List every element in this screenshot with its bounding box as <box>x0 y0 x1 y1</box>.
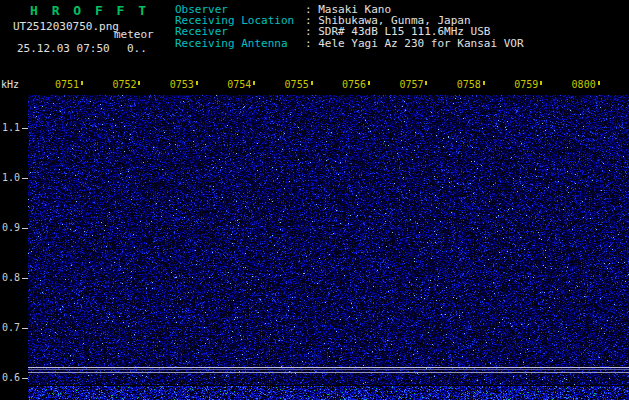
time-tick-mark <box>253 81 255 85</box>
info-field-label: Receiver <box>175 26 305 37</box>
time-tick-mark <box>540 81 542 85</box>
output-filename: UT2512030750.png <box>13 20 119 33</box>
frequency-tick-label: 1.1 <box>0 122 20 133</box>
time-tick-label: 0758 <box>457 79 481 90</box>
app-title: H R O F F T <box>30 3 149 18</box>
station-label: meteor <box>114 28 154 41</box>
frequency-tick-label: 0.8 <box>0 272 20 283</box>
time-tick-mark <box>81 81 83 85</box>
y-axis-unit-label: kHz <box>1 79 19 90</box>
spectrogram-canvas <box>28 95 629 385</box>
time-tick-mark <box>311 81 313 85</box>
time-tick-mark <box>425 81 427 85</box>
info-row: Receiving Antenna: 4ele Yagi Az 230 for … <box>175 38 625 49</box>
frequency-tick-label: 0.6 <box>0 372 20 383</box>
frequency-tick-label: 1.0 <box>0 172 20 183</box>
info-field-label: Receiving Antenna <box>175 38 305 49</box>
time-tick-label: 0753 <box>170 79 194 90</box>
observation-info: Observer: Masaki KanoReceiving Location:… <box>175 4 625 49</box>
time-tick-label: 0759 <box>514 79 538 90</box>
frequency-tick-label: 0.9 <box>0 222 20 233</box>
echo-counter: 0.. <box>127 42 147 55</box>
time-tick-mark <box>598 81 600 85</box>
time-tick-label: 0757 <box>399 79 423 90</box>
time-tick-label: 0800 <box>572 79 596 90</box>
signal-level-strip-canvas <box>28 386 629 400</box>
hrofft-output: H R O F F T UT2512030750.png meteor 25.1… <box>0 0 629 400</box>
time-tick-mark <box>368 81 370 85</box>
time-tick-label: 0752 <box>112 79 136 90</box>
time-tick-label: 0756 <box>342 79 366 90</box>
frequency-tick-label: 0.7 <box>0 322 20 333</box>
time-tick-label: 0755 <box>285 79 309 90</box>
time-tick-label: 0751 <box>55 79 79 90</box>
observation-datetime: 25.12.03 07:50 <box>17 42 110 55</box>
time-tick-mark <box>483 81 485 85</box>
time-tick-mark <box>138 81 140 85</box>
info-field-value: : 4ele Yagi Az 230 for Kansai VOR <box>305 37 524 50</box>
time-tick-label: 0754 <box>227 79 251 90</box>
time-tick-mark <box>196 81 198 85</box>
